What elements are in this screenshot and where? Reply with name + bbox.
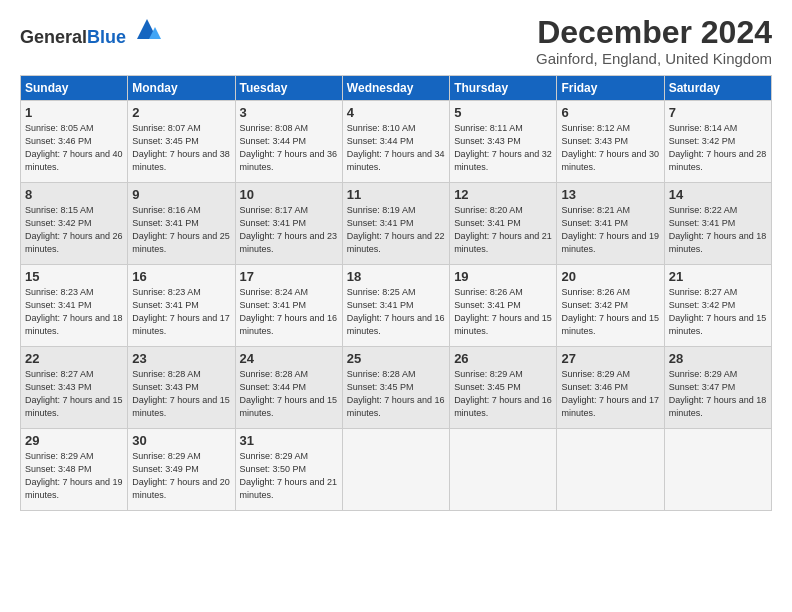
day-info: Sunrise: 8:26 AMSunset: 3:41 PMDaylight:… [454, 286, 552, 338]
day-info: Sunrise: 8:16 AMSunset: 3:41 PMDaylight:… [132, 204, 230, 256]
col-header-friday: Friday [557, 76, 664, 101]
month-title: December 2024 [536, 15, 772, 50]
day-number: 7 [669, 105, 767, 120]
calendar-header-row: SundayMondayTuesdayWednesdayThursdayFrid… [21, 76, 772, 101]
calendar-cell: 17Sunrise: 8:24 AMSunset: 3:41 PMDayligh… [235, 265, 342, 347]
calendar-cell: 3Sunrise: 8:08 AMSunset: 3:44 PMDaylight… [235, 101, 342, 183]
calendar-cell: 12Sunrise: 8:20 AMSunset: 3:41 PMDayligh… [450, 183, 557, 265]
day-number: 29 [25, 433, 123, 448]
day-number: 11 [347, 187, 445, 202]
day-number: 25 [347, 351, 445, 366]
calendar-cell: 1Sunrise: 8:05 AMSunset: 3:46 PMDaylight… [21, 101, 128, 183]
day-number: 23 [132, 351, 230, 366]
day-number: 6 [561, 105, 659, 120]
calendar-cell: 18Sunrise: 8:25 AMSunset: 3:41 PMDayligh… [342, 265, 449, 347]
day-number: 13 [561, 187, 659, 202]
day-info: Sunrise: 8:11 AMSunset: 3:43 PMDaylight:… [454, 122, 552, 174]
calendar-cell: 25Sunrise: 8:28 AMSunset: 3:45 PMDayligh… [342, 347, 449, 429]
calendar-cell [664, 429, 771, 511]
day-info: Sunrise: 8:23 AMSunset: 3:41 PMDaylight:… [132, 286, 230, 338]
day-info: Sunrise: 8:29 AMSunset: 3:48 PMDaylight:… [25, 450, 123, 502]
day-info: Sunrise: 8:19 AMSunset: 3:41 PMDaylight:… [347, 204, 445, 256]
logo: GeneralBlue [20, 15, 161, 48]
day-info: Sunrise: 8:29 AMSunset: 3:49 PMDaylight:… [132, 450, 230, 502]
day-number: 31 [240, 433, 338, 448]
calendar-cell: 22Sunrise: 8:27 AMSunset: 3:43 PMDayligh… [21, 347, 128, 429]
logo-general-line: GeneralBlue [20, 15, 161, 48]
day-number: 24 [240, 351, 338, 366]
logo-text-block: GeneralBlue [20, 15, 161, 48]
calendar-cell: 5Sunrise: 8:11 AMSunset: 3:43 PMDaylight… [450, 101, 557, 183]
calendar-cell: 14Sunrise: 8:22 AMSunset: 3:41 PMDayligh… [664, 183, 771, 265]
day-info: Sunrise: 8:17 AMSunset: 3:41 PMDaylight:… [240, 204, 338, 256]
calendar-cell: 29Sunrise: 8:29 AMSunset: 3:48 PMDayligh… [21, 429, 128, 511]
calendar-week-2: 8Sunrise: 8:15 AMSunset: 3:42 PMDaylight… [21, 183, 772, 265]
calendar-cell: 21Sunrise: 8:27 AMSunset: 3:42 PMDayligh… [664, 265, 771, 347]
calendar-cell [450, 429, 557, 511]
page: GeneralBlue December 2024 Gainford, Engl… [0, 0, 792, 612]
day-number: 30 [132, 433, 230, 448]
col-header-sunday: Sunday [21, 76, 128, 101]
col-header-thursday: Thursday [450, 76, 557, 101]
day-info: Sunrise: 8:29 AMSunset: 3:46 PMDaylight:… [561, 368, 659, 420]
day-info: Sunrise: 8:28 AMSunset: 3:45 PMDaylight:… [347, 368, 445, 420]
day-number: 2 [132, 105, 230, 120]
calendar-week-3: 15Sunrise: 8:23 AMSunset: 3:41 PMDayligh… [21, 265, 772, 347]
day-number: 26 [454, 351, 552, 366]
calendar-cell [557, 429, 664, 511]
day-info: Sunrise: 8:26 AMSunset: 3:42 PMDaylight:… [561, 286, 659, 338]
day-info: Sunrise: 8:29 AMSunset: 3:45 PMDaylight:… [454, 368, 552, 420]
col-header-monday: Monday [128, 76, 235, 101]
calendar-table: SundayMondayTuesdayWednesdayThursdayFrid… [20, 75, 772, 511]
day-info: Sunrise: 8:25 AMSunset: 3:41 PMDaylight:… [347, 286, 445, 338]
day-number: 22 [25, 351, 123, 366]
day-number: 9 [132, 187, 230, 202]
day-number: 28 [669, 351, 767, 366]
calendar-cell: 4Sunrise: 8:10 AMSunset: 3:44 PMDaylight… [342, 101, 449, 183]
day-number: 20 [561, 269, 659, 284]
calendar-cell: 24Sunrise: 8:28 AMSunset: 3:44 PMDayligh… [235, 347, 342, 429]
day-info: Sunrise: 8:28 AMSunset: 3:43 PMDaylight:… [132, 368, 230, 420]
calendar-cell: 15Sunrise: 8:23 AMSunset: 3:41 PMDayligh… [21, 265, 128, 347]
col-header-saturday: Saturday [664, 76, 771, 101]
location: Gainford, England, United Kingdom [536, 50, 772, 67]
header: GeneralBlue December 2024 Gainford, Engl… [20, 15, 772, 67]
day-number: 10 [240, 187, 338, 202]
calendar-cell: 30Sunrise: 8:29 AMSunset: 3:49 PMDayligh… [128, 429, 235, 511]
day-number: 27 [561, 351, 659, 366]
calendar-cell: 23Sunrise: 8:28 AMSunset: 3:43 PMDayligh… [128, 347, 235, 429]
day-number: 21 [669, 269, 767, 284]
col-header-tuesday: Tuesday [235, 76, 342, 101]
logo-icon [133, 15, 161, 43]
day-info: Sunrise: 8:05 AMSunset: 3:46 PMDaylight:… [25, 122, 123, 174]
day-number: 8 [25, 187, 123, 202]
calendar-cell: 19Sunrise: 8:26 AMSunset: 3:41 PMDayligh… [450, 265, 557, 347]
logo-general: GeneralBlue [20, 27, 131, 47]
day-number: 18 [347, 269, 445, 284]
calendar-cell: 28Sunrise: 8:29 AMSunset: 3:47 PMDayligh… [664, 347, 771, 429]
calendar-cell: 20Sunrise: 8:26 AMSunset: 3:42 PMDayligh… [557, 265, 664, 347]
calendar-cell: 6Sunrise: 8:12 AMSunset: 3:43 PMDaylight… [557, 101, 664, 183]
calendar-week-4: 22Sunrise: 8:27 AMSunset: 3:43 PMDayligh… [21, 347, 772, 429]
day-info: Sunrise: 8:10 AMSunset: 3:44 PMDaylight:… [347, 122, 445, 174]
day-number: 15 [25, 269, 123, 284]
day-number: 14 [669, 187, 767, 202]
calendar-cell: 16Sunrise: 8:23 AMSunset: 3:41 PMDayligh… [128, 265, 235, 347]
day-number: 1 [25, 105, 123, 120]
calendar-cell: 31Sunrise: 8:29 AMSunset: 3:50 PMDayligh… [235, 429, 342, 511]
calendar-week-5: 29Sunrise: 8:29 AMSunset: 3:48 PMDayligh… [21, 429, 772, 511]
calendar-week-1: 1Sunrise: 8:05 AMSunset: 3:46 PMDaylight… [21, 101, 772, 183]
calendar-cell: 8Sunrise: 8:15 AMSunset: 3:42 PMDaylight… [21, 183, 128, 265]
calendar-cell: 7Sunrise: 8:14 AMSunset: 3:42 PMDaylight… [664, 101, 771, 183]
day-info: Sunrise: 8:15 AMSunset: 3:42 PMDaylight:… [25, 204, 123, 256]
calendar-cell [342, 429, 449, 511]
calendar-cell: 27Sunrise: 8:29 AMSunset: 3:46 PMDayligh… [557, 347, 664, 429]
calendar-cell: 2Sunrise: 8:07 AMSunset: 3:45 PMDaylight… [128, 101, 235, 183]
day-number: 12 [454, 187, 552, 202]
day-info: Sunrise: 8:28 AMSunset: 3:44 PMDaylight:… [240, 368, 338, 420]
day-info: Sunrise: 8:12 AMSunset: 3:43 PMDaylight:… [561, 122, 659, 174]
day-info: Sunrise: 8:14 AMSunset: 3:42 PMDaylight:… [669, 122, 767, 174]
calendar-cell: 26Sunrise: 8:29 AMSunset: 3:45 PMDayligh… [450, 347, 557, 429]
day-number: 16 [132, 269, 230, 284]
day-number: 5 [454, 105, 552, 120]
